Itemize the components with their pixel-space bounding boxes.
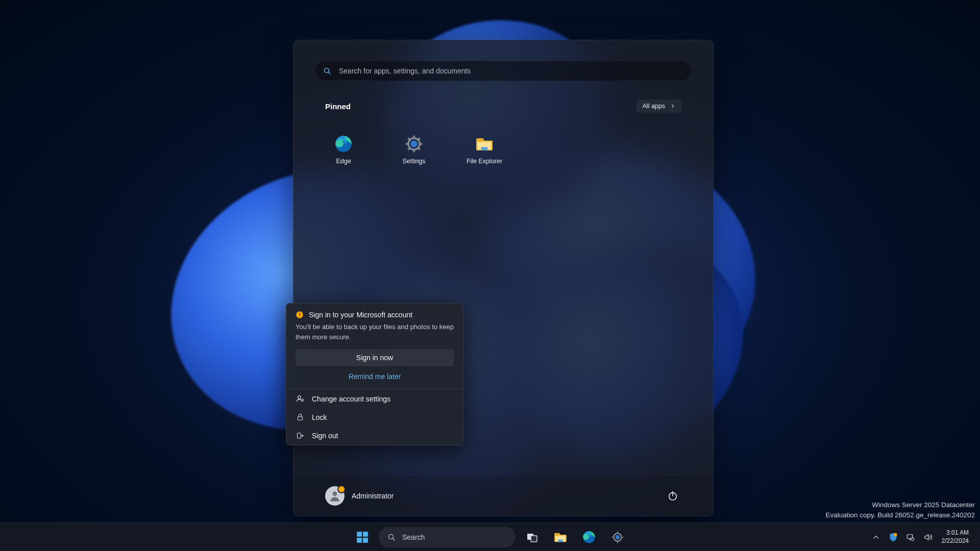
account-flyout: Sign in to your Microsoft account You'll…: [286, 303, 463, 445]
power-button[interactable]: [664, 487, 681, 505]
sign-in-now-button[interactable]: Sign in now: [296, 349, 454, 366]
pinned-app-file-explorer[interactable]: File Explorer: [458, 126, 511, 173]
svg-rect-28: [357, 538, 362, 543]
settings-icon: [611, 531, 624, 544]
svg-rect-43: [621, 536, 623, 538]
task-view-icon: [526, 531, 538, 543]
svg-rect-33: [531, 536, 537, 542]
tray-network-icon[interactable]: [903, 527, 918, 547]
svg-rect-25: [298, 433, 301, 439]
tray-volume-icon[interactable]: [920, 527, 936, 547]
pinned-app-edge[interactable]: Edge: [317, 126, 370, 173]
taskbar-search-label: Search: [402, 533, 425, 541]
lock-icon: [296, 413, 305, 421]
search-icon: [387, 533, 396, 542]
edge-icon: [334, 134, 353, 154]
svg-point-3: [410, 140, 418, 147]
user-account-button[interactable]: Administrator: [325, 486, 394, 506]
svg-point-22: [298, 396, 301, 399]
pinned-heading: Pinned: [325, 102, 351, 111]
flyout-item-label: Lock: [312, 413, 327, 421]
svg-rect-27: [363, 532, 368, 537]
svg-rect-40: [617, 531, 619, 533]
svg-rect-29: [363, 538, 368, 543]
svg-point-16: [333, 491, 337, 496]
all-apps-button[interactable]: All apps: [636, 99, 681, 113]
change-account-settings-item[interactable]: Change account settings: [286, 389, 463, 408]
svg-rect-21: [299, 316, 300, 317]
power-icon: [667, 490, 678, 502]
svg-rect-36: [558, 539, 562, 542]
start-search-input[interactable]: [339, 67, 684, 75]
all-apps-label: All apps: [643, 103, 665, 110]
svg-point-44: [893, 533, 897, 536]
svg-line-1: [328, 72, 330, 74]
svg-rect-13: [476, 138, 483, 141]
flyout-item-label: Change account settings: [312, 395, 390, 403]
svg-point-23: [301, 399, 303, 401]
flyout-item-label: Sign out: [312, 432, 338, 440]
tray-date-label: 2/22/2024: [942, 537, 969, 545]
warning-icon: [296, 311, 304, 319]
user-name-label: Administrator: [352, 492, 394, 500]
desktop-watermark: Windows Server 2025 Datacenter Evaluatio…: [826, 500, 975, 521]
system-tray: 3:01 AM 2/22/2024: [868, 527, 973, 547]
svg-rect-46: [909, 539, 911, 540]
svg-rect-20: [299, 313, 300, 315]
flyout-title: Sign in to your Microsoft account: [309, 311, 412, 319]
svg-rect-15: [481, 147, 488, 150]
file-explorer-icon: [553, 530, 568, 544]
taskbar-settings[interactable]: [605, 525, 630, 549]
settings-icon: [404, 134, 424, 154]
taskbar: Search: [0, 522, 980, 551]
tray-security-icon[interactable]: [886, 527, 901, 547]
chevron-right-icon: [670, 104, 675, 109]
windows-icon: [356, 531, 369, 544]
start-button[interactable]: [350, 525, 375, 549]
file-explorer-icon: [475, 134, 494, 154]
flyout-body: You'll be able to back up your files and…: [296, 322, 454, 342]
app-label: Settings: [402, 158, 425, 165]
watermark-line1: Windows Server 2025 Datacenter: [826, 500, 975, 510]
sign-out-item[interactable]: Sign out: [286, 427, 463, 445]
app-label: File Explorer: [467, 158, 502, 165]
watermark-line2: Evaluation copy. Build 26052.ge_release.…: [826, 510, 975, 520]
sign-out-icon: [296, 432, 305, 440]
svg-rect-24: [298, 417, 302, 420]
lock-item[interactable]: Lock: [286, 408, 463, 427]
taskbar-file-explorer[interactable]: [548, 525, 573, 549]
tray-time-label: 3:01 AM: [942, 529, 969, 537]
taskbar-search[interactable]: Search: [379, 527, 516, 547]
taskbar-edge[interactable]: [577, 525, 601, 549]
tray-overflow-button[interactable]: [868, 527, 884, 547]
user-avatar: [325, 486, 345, 506]
chevron-up-icon: [872, 534, 879, 541]
svg-rect-34: [554, 533, 560, 535]
task-view-button[interactable]: [520, 525, 544, 549]
pinned-apps-grid: Edge Settings Fi: [315, 126, 692, 173]
account-settings-icon: [296, 394, 305, 403]
remind-later-link[interactable]: Remind me later: [296, 366, 454, 384]
svg-line-31: [393, 538, 395, 540]
tray-clock[interactable]: 3:01 AM 2/22/2024: [938, 529, 973, 545]
start-footer: Administrator: [293, 475, 713, 516]
start-search-box[interactable]: [315, 61, 692, 81]
svg-point-38: [616, 535, 620, 539]
app-label: Edge: [336, 158, 351, 165]
svg-rect-42: [612, 536, 614, 538]
search-icon: [323, 66, 332, 76]
svg-rect-26: [357, 532, 362, 537]
svg-rect-41: [617, 541, 619, 543]
pinned-app-settings[interactable]: Settings: [387, 126, 440, 173]
edge-icon: [582, 530, 596, 544]
